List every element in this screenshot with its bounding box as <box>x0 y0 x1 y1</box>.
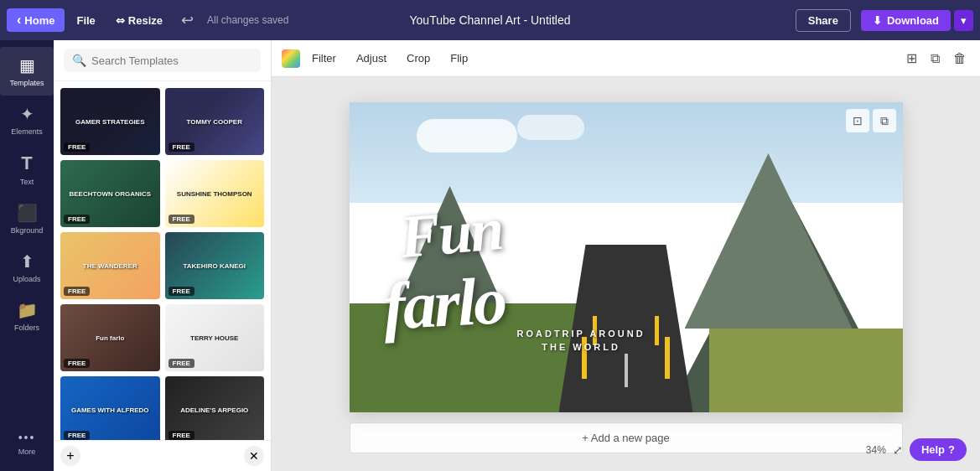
free-badge-6: FREE <box>169 287 194 296</box>
color-swatch[interactable] <box>282 49 300 68</box>
filter-button[interactable]: Filter <box>303 48 345 69</box>
grid-view-button[interactable]: ⊞ <box>903 47 920 70</box>
zoom-bar: 34% ⤢ Help ? <box>866 438 967 461</box>
sidebar-item-uploads[interactable]: ⬆ Uploads <box>0 243 54 292</box>
template-card-text-9: GAMES WITH ALFREDO <box>71 406 149 414</box>
free-badge-2: FREE <box>169 142 194 152</box>
sidebar-item-label: More <box>18 448 36 456</box>
copy-button[interactable]: ⧉ <box>927 48 943 70</box>
template-card-8[interactable]: TERRY HOUSEFREE <box>165 304 265 371</box>
topbar: Home File ⇔ Resize ↩ All changes saved Y… <box>0 0 980 40</box>
file-button[interactable]: File <box>68 10 103 31</box>
main-area: ▦ Templates ✦ Elements T Text ⬛ Bkground… <box>0 40 980 471</box>
add-page-bar: + Add a new page <box>350 422 903 453</box>
flip-button[interactable]: Flip <box>442 48 476 69</box>
template-card-text-3: BEECHTOWN ORGANICS <box>69 190 151 198</box>
pole-right-2 <box>655 316 659 345</box>
templates-panel: 🔍 GAMER STRATEGIESFREETOMMY COOPERFREEBE… <box>54 40 272 471</box>
search-area: 🔍 <box>54 40 271 81</box>
pole-right-1 <box>665 337 670 379</box>
sidebar-item-label: Text <box>20 178 34 186</box>
resize-icon: ⇔ <box>116 14 125 27</box>
cloud-2 <box>517 115 584 140</box>
free-badge-4: FREE <box>169 215 194 224</box>
uploads-icon: ⬆ <box>20 251 34 272</box>
sidebar-item-label: Elements <box>11 127 43 136</box>
template-card-text-8: TERRY HOUSE <box>190 334 238 342</box>
template-card-10[interactable]: ADELINE'S ARPEGIOFREE <box>165 376 265 440</box>
design-canvas[interactable]: Fun farlo ROADTRIP AROUND THE WORLD ⊡ ⧉ <box>350 102 903 412</box>
undo-button[interactable]: ↩ <box>174 8 200 33</box>
sky-layer <box>350 102 903 203</box>
template-card-6[interactable]: TAKEHIRO KANEGIFREE <box>165 232 265 299</box>
template-card-4[interactable]: SUNSHINE THOMPSONFREE <box>165 160 265 227</box>
sidebar-item-label: Folders <box>14 323 39 332</box>
search-input[interactable] <box>91 54 252 67</box>
share-button[interactable]: Share <box>796 9 851 32</box>
sidebar-item-folders[interactable]: 📁 Folders <box>0 292 54 340</box>
templates-icon: ▦ <box>19 55 35 75</box>
free-badge-9: FREE <box>64 431 90 440</box>
free-badge-1: FREE <box>64 142 90 152</box>
panel-footer: + ✕ <box>54 440 271 471</box>
template-card-text-6: TAKEHIRO KANEGI <box>183 262 246 270</box>
template-card-3[interactable]: BEECHTOWN ORGANICSFREE <box>60 160 160 227</box>
free-badge-7: FREE <box>64 359 90 368</box>
add-template-button[interactable]: + <box>60 446 80 466</box>
sidebar-item-label: Templates <box>9 79 44 87</box>
canvas-scroll[interactable]: Fun farlo ROADTRIP AROUND THE WORLD ⊡ ⧉ … <box>272 77 980 471</box>
download-button[interactable]: ⬇ Download <box>861 10 951 31</box>
zoom-level: 34% <box>866 444 886 456</box>
adjust-button[interactable]: Adjust <box>348 48 395 69</box>
help-icon: ? <box>948 443 955 456</box>
sidebar-item-templates[interactable]: ▦ Templates <box>0 47 54 96</box>
cloud-1 <box>417 119 517 153</box>
background-icon: ⬛ <box>17 203 38 223</box>
template-card-text-7: Fun farlo <box>96 334 124 342</box>
sidebar-item-elements[interactable]: ✦ Elements <box>0 96 54 144</box>
text-icon: T <box>21 153 32 174</box>
sidebar-item-background[interactable]: ⬛ Bkground <box>0 194 54 243</box>
crop-button[interactable]: Crop <box>398 48 438 69</box>
more-icon: ••• <box>18 431 36 444</box>
canvas-duplicate-button[interactable]: ⊡ <box>846 109 869 132</box>
folders-icon: 📁 <box>17 300 38 320</box>
help-button[interactable]: Help ? <box>910 438 967 461</box>
templates-grid: GAMER STRATEGIESFREETOMMY COOPERFREEBEEC… <box>54 81 271 440</box>
free-badge-5: FREE <box>64 287 90 296</box>
resize-button[interactable]: ⇔ Resize <box>107 10 171 31</box>
remove-template-button[interactable]: ✕ <box>244 446 264 466</box>
download-chevron[interactable]: ▾ <box>954 10 973 31</box>
road-line <box>625 354 628 387</box>
free-badge-3: FREE <box>64 215 90 224</box>
template-card-text-1: GAMER STRATEGIES <box>75 118 145 126</box>
canvas-toolbar: Filter Adjust Crop Flip ⊞ ⧉ 🗑 <box>272 40 980 77</box>
canvas-text-subtitle[interactable]: ROADTRIP AROUND THE WORLD <box>517 328 646 354</box>
canvas-text-fun[interactable]: Fun <box>397 199 505 267</box>
template-card-text-5: THE WANDERER <box>83 262 137 270</box>
download-icon: ⬇ <box>873 14 882 27</box>
sidebar-item-label: Bkground <box>11 226 44 235</box>
canvas-actions: ⊡ ⧉ <box>846 109 896 132</box>
home-button[interactable]: Home <box>7 8 65 32</box>
sidebar-item-more[interactable]: ••• More <box>0 422 54 464</box>
template-card-text-4: SUNSHINE THOMPSON <box>177 190 252 198</box>
template-card-text-2: TOMMY COOPER <box>187 118 242 126</box>
sidebar: ▦ Templates ✦ Elements T Text ⬛ Bkground… <box>0 40 54 471</box>
delete-button[interactable]: 🗑 <box>950 48 970 70</box>
free-badge-10: FREE <box>169 431 194 440</box>
elements-icon: ✦ <box>20 104 34 124</box>
canvas-text-farlo[interactable]: farlo <box>381 267 506 339</box>
canvas-copy-button[interactable]: ⧉ <box>873 109 896 132</box>
canvas-area: Filter Adjust Crop Flip ⊞ ⧉ 🗑 <box>272 40 980 471</box>
sidebar-item-text[interactable]: T Text <box>0 144 54 194</box>
document-title: YouTube Channel Art - Untitled <box>410 13 571 27</box>
zoom-expand-button[interactable]: ⤢ <box>893 443 903 457</box>
add-page-button[interactable]: + Add a new page <box>350 422 903 453</box>
template-card-7[interactable]: Fun farloFREE <box>60 304 160 371</box>
template-card-1[interactable]: GAMER STRATEGIESFREE <box>60 88 160 155</box>
free-badge-8: FREE <box>169 359 194 368</box>
template-card-5[interactable]: THE WANDERERFREE <box>60 232 160 299</box>
template-card-2[interactable]: TOMMY COOPERFREE <box>165 88 265 155</box>
template-card-9[interactable]: GAMES WITH ALFREDOFREE <box>60 376 160 440</box>
